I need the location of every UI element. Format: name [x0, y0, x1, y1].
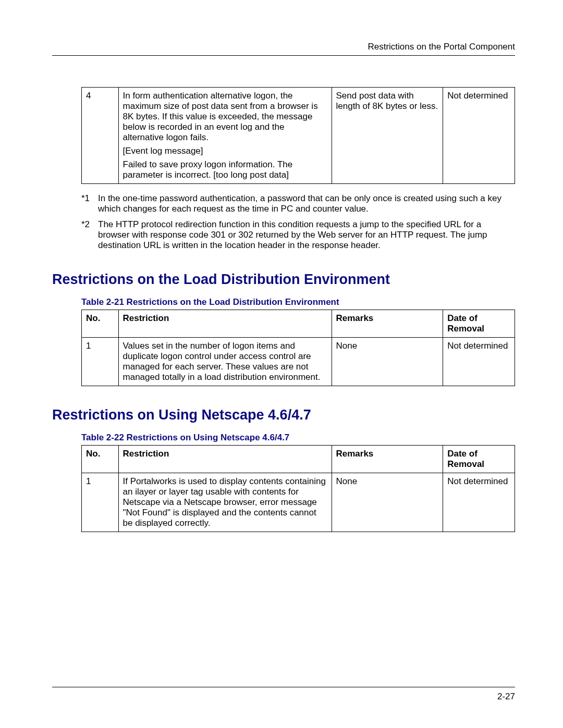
restriction-paragraph: Failed to save proxy logon information. … — [123, 159, 327, 180]
footnote: *2 The HTTP protocol redirection functio… — [81, 219, 515, 251]
cell-date: Not determined — [443, 88, 515, 184]
footnote-text: In the one-time password authentication,… — [98, 193, 515, 214]
col-header-date: Date of Removal — [443, 446, 515, 473]
restriction-paragraph: [Event log message] — [123, 146, 327, 156]
running-header: Restrictions on the Portal Component — [52, 42, 515, 56]
footnote-text: The HTTP protocol redirection function i… — [98, 219, 515, 251]
footnotes: *1 In the one-time password authenticati… — [81, 193, 515, 251]
page: Restrictions on the Portal Component 4 I… — [0, 0, 563, 728]
cell-date: Not determined — [443, 473, 515, 532]
cell-no: 1 — [82, 473, 119, 532]
cell-remarks: Send post data with length of 8K bytes o… — [332, 88, 443, 184]
table-caption: Table 2-22 Restrictions on Using Netscap… — [81, 433, 515, 443]
table-row: 1 Values set in the number of logon item… — [82, 338, 515, 386]
col-header-remarks: Remarks — [332, 310, 443, 338]
col-header-remarks: Remarks — [332, 446, 443, 473]
cell-restriction: In form authentication alternative logon… — [118, 88, 332, 184]
col-header-restriction: Restriction — [118, 446, 332, 473]
cell-remarks: None — [332, 338, 443, 386]
col-header-no: No. — [82, 446, 119, 473]
col-header-restriction: Restriction — [118, 310, 332, 338]
cell-restriction: Values set in the number of logon items … — [118, 338, 332, 386]
page-footer: 2-27 — [52, 687, 515, 702]
footnote-mark: *1 — [81, 193, 98, 214]
cell-no: 1 — [82, 338, 119, 386]
section-heading-load-distribution: Restrictions on the Load Distribution En… — [52, 272, 515, 288]
top-continuation-table: 4 In form authentication alternative log… — [81, 87, 515, 184]
col-header-date: Date of Removal — [443, 310, 515, 338]
table-caption: Table 2-21 Restrictions on the Load Dist… — [81, 297, 515, 307]
table-header-row: No. Restriction Remarks Date of Removal — [82, 446, 515, 473]
cell-remarks: None — [332, 473, 443, 532]
page-number: 2-27 — [497, 692, 515, 701]
table-row: 1 If Portalworks is used to display cont… — [82, 473, 515, 532]
section-heading-netscape: Restrictions on Using Netscape 4.6/4.7 — [52, 407, 515, 423]
restriction-paragraph: In form authentication alternative logon… — [123, 91, 327, 143]
table-netscape: No. Restriction Remarks Date of Removal … — [81, 445, 515, 532]
table-load-distribution: No. Restriction Remarks Date of Removal … — [81, 310, 515, 386]
cell-date: Not determined — [443, 338, 515, 386]
col-header-no: No. — [82, 310, 119, 338]
table-header-row: No. Restriction Remarks Date of Removal — [82, 310, 515, 338]
cell-restriction: If Portalworks is used to display conten… — [118, 473, 332, 532]
footnote-mark: *2 — [81, 219, 98, 251]
footnote: *1 In the one-time password authenticati… — [81, 193, 515, 214]
cell-no: 4 — [82, 88, 119, 184]
table-row: 4 In form authentication alternative log… — [82, 88, 515, 184]
